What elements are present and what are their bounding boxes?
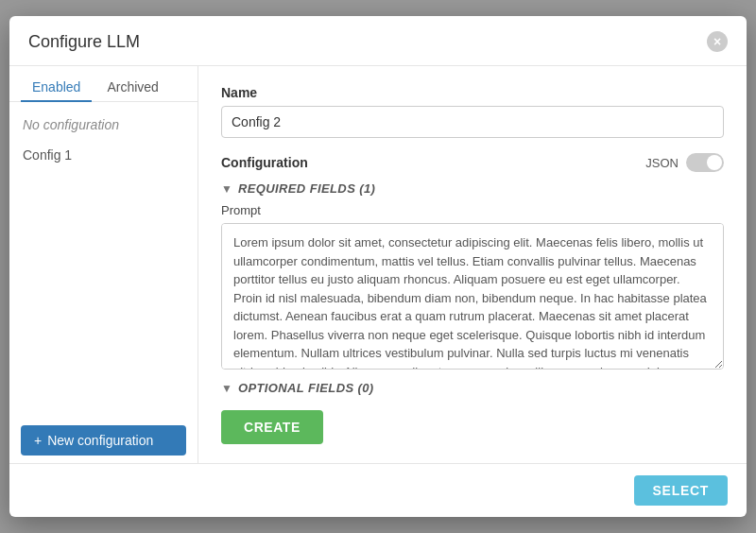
modal-footer: SELECT <box>9 463 747 517</box>
plus-icon: + <box>34 433 42 448</box>
tab-enabled[interactable]: Enabled <box>21 74 92 102</box>
sidebar-item-config1[interactable]: Config 1 <box>9 140 198 170</box>
config-section-header: Configuration JSON <box>221 153 724 172</box>
prompt-textarea[interactable]: Lorem ipsum dolor sit amet, consectetur … <box>221 223 724 370</box>
new-config-label: New configuration <box>47 433 153 448</box>
optional-fields-row[interactable]: ▼ OPTIONAL FIELDS (0) <box>221 381 724 395</box>
tab-archived[interactable]: Archived <box>95 74 169 102</box>
json-label: JSON <box>645 156 679 170</box>
name-label: Name <box>221 85 724 100</box>
select-button[interactable]: SELECT <box>634 475 728 506</box>
required-fields-label: REQUIRED FIELDS (1) <box>238 181 375 196</box>
create-button[interactable]: CREATE <box>221 410 323 444</box>
optional-fields-label: OPTIONAL FIELDS (0) <box>238 381 374 395</box>
json-toggle[interactable] <box>686 153 724 172</box>
name-input[interactable] <box>221 106 724 138</box>
sidebar-tabs: Enabled Archived <box>9 66 198 102</box>
configuration-label: Configuration <box>221 155 308 170</box>
sidebar-item-no-config[interactable]: No configuration <box>9 110 198 140</box>
main-content: Name Configuration JSON ▼ REQUIRED FIELD… <box>198 66 747 463</box>
sidebar: Enabled Archived No configuration Config… <box>9 66 198 463</box>
close-button[interactable]: × <box>707 31 728 52</box>
chevron-down-icon: ▼ <box>221 182 232 196</box>
required-fields-row[interactable]: ▼ REQUIRED FIELDS (1) <box>221 181 724 196</box>
prompt-label: Prompt <box>221 203 724 217</box>
new-configuration-button[interactable]: + New configuration <box>21 425 186 456</box>
chevron-down-icon-optional: ▼ <box>221 382 232 395</box>
sidebar-list: No configuration Config 1 <box>9 102 198 418</box>
configure-llm-modal: Configure LLM × Enabled Archived No conf… <box>9 16 747 517</box>
json-toggle-row: JSON <box>645 153 724 172</box>
modal-title: Configure LLM <box>28 32 140 52</box>
modal-body: Enabled Archived No configuration Config… <box>9 66 747 463</box>
modal-header: Configure LLM × <box>9 16 747 66</box>
